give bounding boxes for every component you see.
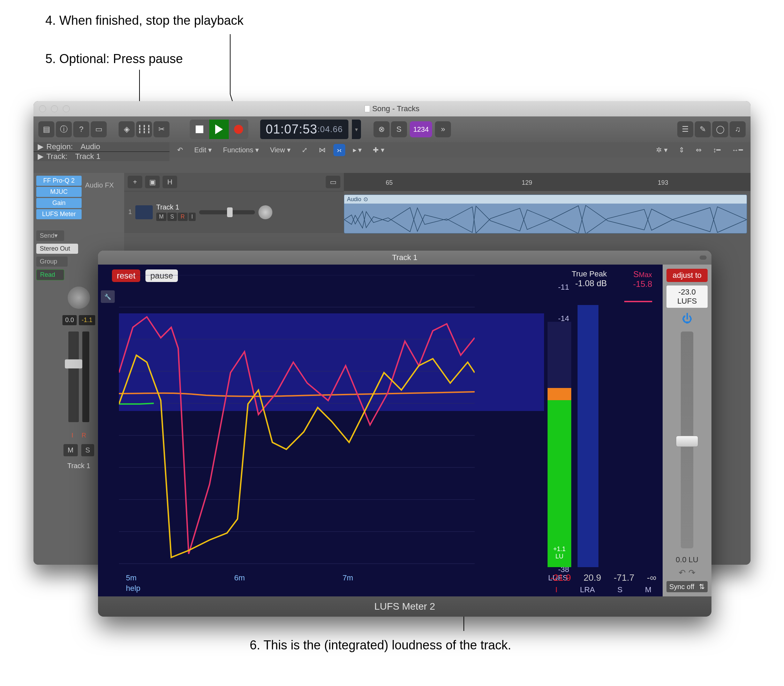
- level-value: -1.1: [79, 315, 95, 325]
- hzoom-icon[interactable]: ⇔: [692, 144, 705, 155]
- audiofx-label: Audio FX: [85, 181, 114, 216]
- loop-icon: ⊙: [363, 196, 368, 203]
- traffic-minimize[interactable]: [51, 105, 58, 112]
- catch-icon[interactable]: ›‹: [334, 144, 345, 156]
- stop-button[interactable]: [190, 119, 209, 139]
- mixer-icon[interactable]: ┇┇┇: [136, 121, 152, 137]
- play-button[interactable]: [209, 119, 229, 139]
- plugin-slot[interactable]: FF Pro-Q 2: [36, 176, 82, 186]
- output-slot[interactable]: Stereo Out: [36, 243, 78, 254]
- library-icon[interactable]: ▤: [38, 121, 54, 137]
- adjust-target-value[interactable]: -23.0 LUFS: [666, 286, 708, 308]
- duplicate-track-icon[interactable]: ▣: [145, 176, 160, 188]
- track-pan-knob[interactable]: [259, 205, 272, 219]
- main-toolbar: ▤ ⓘ ? ▭ ◈ ┇┇┇ ✂ 01:07:53:04.66 ▾ ⊗ S 123…: [33, 116, 751, 142]
- functions-menu[interactable]: Functions ▾: [219, 144, 262, 155]
- true-peak-readout: True Peak -1.08 dB: [571, 270, 607, 288]
- traffic-zoom[interactable]: [63, 105, 70, 112]
- traffic-close[interactable]: [39, 105, 46, 112]
- more-icon[interactable]: »: [435, 121, 451, 137]
- gain-slider[interactable]: [681, 332, 693, 548]
- zoom-v-icon[interactable]: ↕━: [709, 144, 724, 155]
- track-solo[interactable]: S: [167, 212, 177, 221]
- track-row[interactable]: 1 Track 1 M S R I: [124, 191, 344, 233]
- automation-mode[interactable]: Read: [36, 270, 64, 280]
- solo-button[interactable]: S: [81, 444, 94, 456]
- rec-indicator: R: [82, 432, 86, 439]
- loudness-curves: [119, 275, 475, 564]
- time-display[interactable]: 01:07:53:04.66: [260, 119, 349, 139]
- inspector-icon[interactable]: ⓘ: [56, 121, 72, 137]
- replace-icon[interactable]: ⊗: [373, 121, 390, 137]
- region-name: Audio: [347, 196, 361, 203]
- track-volume-slider[interactable]: [199, 210, 255, 214]
- settings-icon[interactable]: 🔧: [101, 291, 115, 303]
- track-rec[interactable]: R: [178, 212, 188, 221]
- track-input[interactable]: I: [189, 212, 196, 221]
- edit-menu[interactable]: Edit ▾: [191, 144, 215, 155]
- adjust-to-button[interactable]: adjust to: [666, 269, 708, 282]
- readout-values: -21.9 20.9 -71.7 -∞: [544, 572, 663, 583]
- plugin-bypass-indicator[interactable]: [700, 255, 707, 260]
- power-icon[interactable]: ⏻: [682, 313, 692, 325]
- browser-icon[interactable]: ♫: [730, 121, 746, 137]
- time-display-menu[interactable]: ▾: [352, 119, 361, 139]
- tempo-display[interactable]: 1234: [410, 121, 432, 137]
- smart-controls-icon[interactable]: ◈: [119, 121, 134, 137]
- document-icon: [365, 105, 370, 112]
- track-number: 1: [128, 209, 132, 216]
- toolbar-icon[interactable]: ▭: [91, 121, 107, 137]
- record-button[interactable]: [229, 119, 248, 139]
- list-icon[interactable]: ☰: [677, 121, 693, 137]
- track-mute[interactable]: M: [156, 212, 166, 221]
- volume-fader[interactable]: [68, 332, 79, 422]
- solo-icon[interactable]: S: [391, 121, 407, 137]
- pan-knob[interactable]: [68, 286, 90, 309]
- help-link[interactable]: help: [126, 584, 141, 593]
- global-tracks-icon[interactable]: ▭: [326, 176, 340, 188]
- smax-readout: SMax -15.8: [633, 270, 652, 289]
- notes-icon[interactable]: ✎: [695, 121, 711, 137]
- plugin-slot[interactable]: LUFS Meter: [36, 209, 82, 219]
- send-slot[interactable]: Send ▾: [36, 230, 64, 241]
- zoom-h-icon[interactable]: ↔━: [728, 144, 746, 155]
- redo-icon[interactable]: ↷: [688, 568, 696, 578]
- undo-icon[interactable]: ↶: [679, 568, 686, 578]
- plugin-slot[interactable]: MJUC: [36, 187, 82, 197]
- plugin-titlebar[interactable]: Track 1: [98, 251, 712, 265]
- help-icon[interactable]: ?: [73, 121, 89, 137]
- flex-icon[interactable]: ⋈: [315, 144, 329, 155]
- track-name: Track 1: [156, 203, 196, 211]
- view-menu[interactable]: View ▾: [267, 144, 294, 155]
- arrange-toolbar: ↶ Edit ▾ Functions ▾ View ▾ ⤢ ⋈ ›‹ ▸ ▾ ✚…: [170, 142, 751, 158]
- settings-icon[interactable]: ✲ ▾: [653, 144, 671, 155]
- track-header[interactable]: ▶Track: Track 1: [33, 152, 170, 161]
- automation-icon[interactable]: ⤢: [298, 144, 311, 155]
- window-titlebar: Song - Tracks: [33, 101, 751, 116]
- loops-icon[interactable]: ◯: [712, 121, 728, 137]
- hide-button[interactable]: H: [162, 176, 177, 188]
- plugin-name-footer: LUFS Meter 2: [98, 596, 712, 617]
- mute-button[interactable]: M: [64, 444, 78, 456]
- window-title: Song - Tracks: [365, 104, 419, 113]
- plugin-slot[interactable]: Gain: [36, 198, 82, 208]
- annotation-step-6: 6. This is the (integrated) loudness of …: [250, 638, 511, 653]
- x-axis: 5m 6m 7m: [126, 573, 353, 583]
- short-term-bar-meter: [578, 305, 599, 567]
- marquee-tool-icon[interactable]: ✚ ▾: [369, 144, 388, 155]
- group-slot[interactable]: Group: [36, 256, 68, 267]
- vzoom-icon[interactable]: ⇕: [675, 144, 688, 155]
- lufs-meter-window: Track 1 reset pause 🔧: [98, 251, 712, 617]
- waveform: [344, 204, 747, 234]
- sync-select[interactable]: Sync off⇅: [666, 581, 708, 592]
- region-header[interactable]: ▶Region: Audio: [33, 142, 170, 152]
- readout-labels: I LRA S M: [544, 585, 663, 595]
- adjust-panel: adjust to -23.0 LUFS ⏻ 0.0 LU ↶ ↷ Sync o…: [663, 265, 712, 596]
- track-type-icon: [135, 205, 153, 219]
- add-track-button[interactable]: +: [128, 176, 142, 188]
- pointer-tool-icon[interactable]: ▸ ▾: [349, 144, 365, 155]
- back-icon[interactable]: ↶: [173, 144, 187, 155]
- scissors-icon[interactable]: ✂: [154, 121, 170, 137]
- timeline-ruler[interactable]: 65 129 193: [344, 173, 751, 191]
- audio-region[interactable]: Audio⊙: [344, 194, 747, 234]
